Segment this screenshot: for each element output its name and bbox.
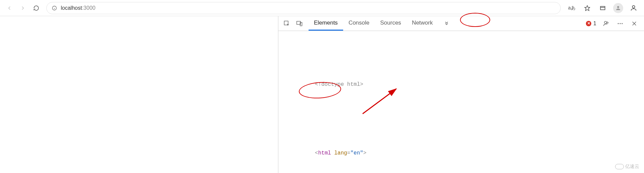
toolbar-right: aあ [564, 1, 641, 15]
url-host: localhost [61, 5, 82, 11]
svg-point-14 [622, 23, 623, 24]
collections-icon[interactable] [595, 1, 610, 15]
svg-marker-3 [585, 5, 590, 10]
site-info-icon[interactable] [51, 5, 57, 11]
browser-toolbar: localhost:3000 aあ [0, 0, 644, 16]
svg-rect-10 [300, 22, 302, 26]
translate-icon[interactable]: aあ [564, 1, 580, 15]
inspect-element-icon[interactable] [280, 17, 293, 30]
tab-console[interactable]: Console [343, 16, 375, 31]
back-button[interactable] [3, 1, 16, 15]
avatar-icon [613, 3, 623, 13]
dom-doctype[interactable]: <!doctype html> [280, 67, 644, 102]
close-devtools-icon[interactable] [628, 17, 641, 30]
error-icon: ✕ [586, 21, 591, 26]
devtools-header: Elements Console Sources Network ✕ 1 [278, 16, 644, 31]
page-viewport[interactable] [0, 16, 278, 173]
watermark-text: 亿速云 [625, 164, 639, 170]
more-options-icon[interactable] [614, 17, 627, 30]
devtools-panel: Elements Console Sources Network ✕ 1 [278, 16, 644, 173]
feedback-icon[interactable] [600, 17, 612, 30]
dom-html-open[interactable]: <html lang="en"> [280, 136, 644, 170]
device-toggle-icon[interactable] [293, 17, 306, 30]
tab-sources[interactable]: Sources [375, 16, 406, 31]
svg-point-6 [617, 6, 619, 8]
person-icon[interactable] [626, 1, 641, 15]
error-count: 1 [593, 21, 596, 27]
profile-button[interactable] [610, 1, 626, 15]
tab-elements[interactable]: Elements [309, 16, 343, 31]
favorites-add-icon[interactable] [580, 1, 595, 15]
svg-point-7 [632, 5, 635, 8]
url-port: :3000 [82, 5, 95, 11]
address-text: localhost:3000 [61, 5, 95, 11]
svg-point-13 [620, 23, 621, 24]
watermark-icon [615, 164, 624, 169]
svg-rect-4 [600, 6, 605, 10]
devtools-tabs: Elements Console Sources Network [309, 16, 455, 31]
tabs-overflow-icon[interactable] [438, 16, 455, 31]
forward-button[interactable] [16, 1, 30, 15]
svg-point-12 [618, 23, 619, 24]
elements-dom-tree[interactable]: <!doctype html> <html lang="en"> <head>…… [278, 31, 644, 173]
refresh-button[interactable] [30, 1, 43, 15]
error-count-indicator[interactable]: ✕ 1 [584, 21, 598, 27]
watermark: 亿速云 [615, 164, 639, 170]
tab-network[interactable]: Network [407, 16, 438, 31]
address-bar[interactable]: localhost:3000 [46, 2, 561, 14]
